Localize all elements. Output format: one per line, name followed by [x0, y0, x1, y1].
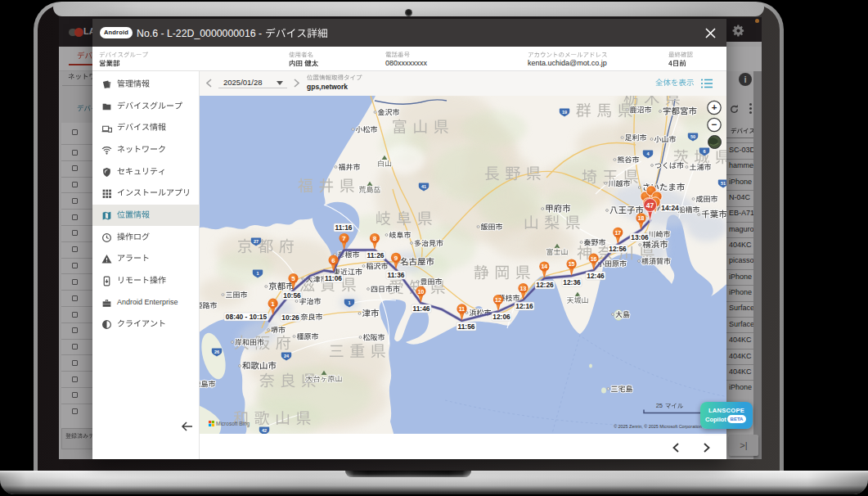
svg-text:11:16: 11:16 — [335, 223, 353, 232]
svg-text:+: + — [712, 102, 717, 112]
svg-text:11: 11 — [459, 306, 465, 312]
svg-text:19: 19 — [562, 109, 567, 114]
svg-text:12:36: 12:36 — [563, 278, 581, 286]
svg-text:7: 7 — [342, 234, 346, 241]
svg-text:50: 50 — [690, 133, 695, 138]
svg-text:12:26: 12:26 — [536, 281, 554, 289]
svg-text:1: 1 — [348, 300, 350, 304]
svg-text:10:26: 10:26 — [281, 313, 299, 322]
svg-text:12:06: 12:06 — [492, 313, 510, 321]
svg-text:6: 6 — [703, 148, 705, 153]
svg-text:25: 25 — [656, 402, 663, 409]
svg-text:42: 42 — [262, 427, 267, 432]
svg-text:15: 15 — [569, 261, 575, 267]
svg-text:11:56: 11:56 — [458, 322, 475, 331]
svg-text:© 2025 Zenrin, © 2025 Microsof: © 2025 Zenrin, © 2025 Microsoft Corporat… — [614, 424, 702, 429]
svg-text:18: 18 — [638, 215, 645, 221]
svg-text:11:06: 11:06 — [325, 274, 342, 282]
svg-text:13:06: 13:06 — [631, 233, 649, 241]
svg-text:08:40 - 10:15: 08:40 - 10:15 — [226, 313, 268, 321]
svg-text:16: 16 — [591, 255, 597, 261]
svg-text:−: − — [712, 119, 717, 129]
svg-text:6: 6 — [331, 256, 335, 264]
svg-text:12:56: 12:56 — [609, 245, 627, 253]
svg-text:Microsoft Bing: Microsoft Bing — [216, 421, 250, 427]
svg-text:12: 12 — [495, 296, 501, 302]
svg-text:14: 14 — [541, 264, 547, 269]
svg-text:1: 1 — [256, 270, 259, 275]
svg-text:11:46: 11:46 — [413, 304, 430, 313]
svg-text:1: 1 — [271, 300, 275, 307]
svg-text:5: 5 — [291, 274, 295, 282]
svg-text:26: 26 — [214, 349, 219, 354]
svg-text:47: 47 — [646, 201, 654, 209]
svg-text:12:46: 12:46 — [587, 272, 605, 280]
svg-text:9: 9 — [394, 254, 398, 261]
svg-text:12:16: 12:16 — [515, 302, 533, 310]
svg-text:10:56: 10:56 — [283, 291, 301, 300]
svg-text:13: 13 — [520, 285, 527, 291]
svg-text:17: 17 — [614, 229, 621, 235]
svg-text:41: 41 — [421, 183, 426, 188]
svg-text:8: 8 — [373, 234, 377, 241]
svg-text:10: 10 — [418, 288, 425, 294]
svg-text:27: 27 — [254, 238, 259, 243]
svg-text:51: 51 — [721, 180, 726, 185]
svg-text:24: 24 — [284, 353, 290, 358]
svg-text:11:36: 11:36 — [388, 271, 405, 279]
svg-text:11:26: 11:26 — [367, 251, 385, 259]
svg-text:14:24: 14:24 — [661, 204, 679, 212]
